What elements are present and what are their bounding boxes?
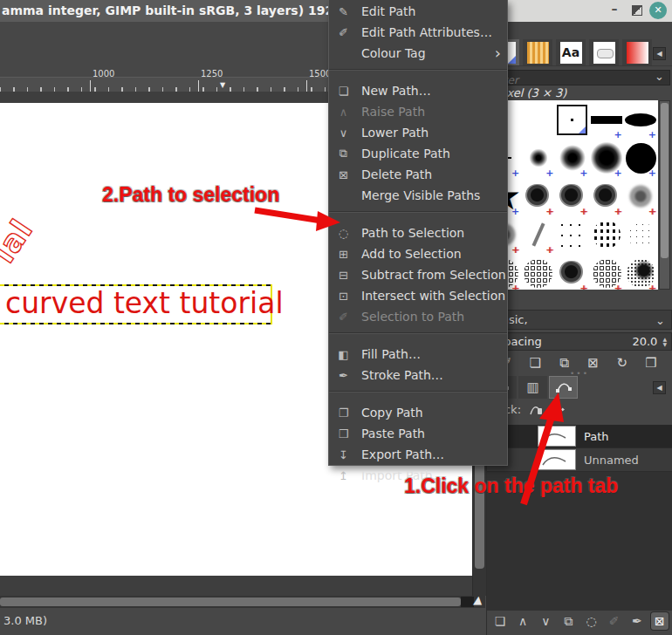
brush-texture-splat[interactable] [555, 254, 589, 290]
delete-path-button[interactable]: ⊠ [651, 612, 669, 630]
intersect-with-selection-icon: ⊡ [335, 290, 352, 303]
menu-item-edit-path-attributes[interactable]: ✐ Edit Path Attributes… [329, 22, 507, 43]
menu-item-path-to-selection[interactable]: ◌ Path to Selection [329, 222, 507, 243]
canvas-navigation-icon[interactable]: ▲ [473, 593, 483, 606]
menu-item-edit-path[interactable]: ✎ Edit Path [329, 1, 507, 22]
menu-item-delete-path[interactable]: ⊠ Delete Path [329, 164, 507, 185]
menu-item-label: Path to Selection [361, 226, 501, 240]
brush-fuzzy-small[interactable] [521, 139, 555, 177]
menu-item-export-path[interactable]: ↧ Export Path… [329, 444, 507, 465]
menu-item-label: Intersect with Selection [361, 289, 505, 303]
new-brush-button[interactable]: ❏ [525, 354, 545, 372]
menu-separator[interactable] [329, 391, 507, 402]
brush-dots-cluster[interactable] [590, 215, 624, 254]
menu-item-label: Copy Path [361, 406, 501, 420]
brush-scrollbar-thumb[interactable] [661, 103, 669, 258]
spacing-label: Spacing [497, 335, 632, 348]
menu-separator[interactable] [329, 332, 507, 344]
spacing-stepper[interactable]: ▲ ▼ [662, 337, 667, 347]
menu-item-subtract-from-selection[interactable]: ⊟ Subtract from Selection [329, 264, 507, 285]
menu-item-lower-path[interactable]: ∨ Lower Path [329, 122, 507, 143]
brush-dots-fine[interactable] [624, 215, 658, 254]
menu-item-duplicate-path[interactable]: ⧉ Duplicate Path [329, 143, 507, 164]
maximize-button[interactable] [632, 5, 642, 16]
menu-item-colour-tag[interactable]: Colour Tag › [329, 43, 507, 64]
brush-fuzzy-large[interactable] [590, 139, 624, 177]
fill-path-icon: ◧ [335, 348, 352, 361]
brush-splatter[interactable] [590, 177, 624, 215]
brush-splatter-soft[interactable] [624, 177, 658, 215]
new-path-icon: ❏ [335, 85, 352, 98]
selection-to-path-button[interactable]: ✐ [606, 612, 623, 630]
tab-menu-button[interactable]: ◀ [653, 381, 666, 394]
menu-item-label: Raise Path [361, 105, 501, 119]
spacing-row: Spacing 20.0 ▲ ▼ [487, 332, 672, 351]
brush-cell-texture[interactable] [590, 254, 624, 290]
minimize-button[interactable]: – [607, 0, 621, 19]
path-to-selection-button[interactable]: ◌ [583, 612, 600, 630]
window-titlebar-controls: – ✕ [508, 0, 672, 22]
brush-grain-circle[interactable] [624, 254, 658, 290]
menu-separator[interactable] [329, 69, 507, 80]
chevron-down-icon[interactable]: ⌄ [655, 70, 664, 83]
brush-fuzzy-medium[interactable] [555, 139, 589, 177]
menu-item-stroke-path[interactable]: ✒ Stroke Path… [329, 365, 507, 386]
lower-path-button[interactable]: ∨ [537, 612, 554, 630]
brush-ellipse[interactable] [624, 100, 658, 139]
annotation-step1-text: 1.Click on the path tab [404, 475, 618, 498]
raise-path-button[interactable]: ∧ [514, 612, 531, 630]
brush-pixel-selected[interactable] [555, 100, 589, 139]
brush-hardness-circle[interactable] [624, 139, 658, 177]
brush-group-dropdown[interactable]: Basic, ⌄ [487, 310, 672, 330]
brush-blank[interactable] [521, 100, 555, 139]
close-button[interactable]: ✕ [649, 2, 667, 19]
brush-cell-texture[interactable] [521, 254, 555, 290]
menu-item-paste-path[interactable]: ❒ Paste Path [329, 423, 507, 444]
gradients-tab[interactable] [622, 39, 652, 65]
duplicate-path-button[interactable]: ⧉ [559, 612, 577, 630]
brush-dots-sparse[interactable] [555, 215, 589, 254]
menu-item-label: Add to Selection [361, 247, 501, 261]
stepper-down-icon[interactable]: ▼ [662, 342, 667, 347]
canvas-horizontal-scrollbar[interactable] [0, 596, 485, 608]
menu-item-label: Edit Path Attributes… [361, 25, 501, 39]
menu-item-new-path[interactable]: ❏ New Path… [329, 80, 507, 101]
memory-usage-label: 3.0 MB) [3, 614, 47, 627]
menu-item-label: Colour Tag [361, 46, 495, 60]
menu-item-merge-visible-paths[interactable]: Merge Visible Paths [329, 185, 507, 206]
brush-filter-field[interactable]: ⌄ [489, 70, 670, 85]
menu-item-intersect-with-selection[interactable]: ⊡ Intersect with Selection [329, 285, 507, 306]
tab-menu-button[interactable]: ◀ [653, 47, 666, 60]
menu-item-copy-path[interactable]: ❐ Copy Path [329, 402, 507, 423]
refresh-brushes-button[interactable]: ↻ [613, 354, 632, 372]
spacing-value[interactable]: 20.0 [632, 335, 657, 348]
menu-item-fill-path[interactable]: ◧ Fill Path… [329, 344, 507, 365]
import-path-icon: ↥ [335, 469, 352, 482]
menu-separator[interactable] [329, 211, 507, 222]
patterns-tab[interactable] [523, 39, 552, 65]
new-path-button[interactable]: ❏ [491, 612, 509, 630]
fonts-tab[interactable]: Aa [556, 39, 586, 65]
brush-grid-scrollbar[interactable] [659, 100, 670, 290]
paste-path-icon: ❒ [335, 427, 352, 440]
brush-splatter[interactable] [521, 177, 555, 215]
menu-item-label: Stroke Path… [361, 368, 501, 382]
filter-input[interactable] [490, 73, 651, 86]
curved-text-fragment: ial [0, 213, 39, 269]
open-brush-as-image-button[interactable]: ❒ [641, 354, 661, 372]
brush-splatter[interactable] [555, 177, 589, 215]
gimp-window: amma integer, GIMP built-in sRGB, 3 laye… [0, 0, 672, 635]
menu-item-raise-path[interactable]: ∧ Raise Path [329, 101, 507, 122]
gradient-thumbnail-icon [627, 42, 648, 64]
menu-item-label: Export Path… [361, 447, 501, 461]
brush-block[interactable] [590, 100, 624, 139]
menu-item-add-to-selection[interactable]: ⊞ Add to Selection [329, 243, 507, 264]
palettes-tab[interactable] [589, 39, 619, 65]
horizontal-scrollbar-thumb[interactable] [0, 597, 461, 606]
stroke-path-button[interactable]: ✒ [628, 612, 646, 630]
raise-path-icon: ∧ [335, 106, 352, 119]
right-dock-panel: Aa ◀ ⌄ . Pixel (3 × 3) Basic, ⌄ Spacing … [486, 22, 672, 635]
menu-item-selection-to-path[interactable]: ✐ Selection to Path [329, 306, 507, 327]
brush-diagonal-stroke[interactable] [521, 215, 555, 254]
selection-to-path-icon: ✐ [335, 311, 352, 324]
